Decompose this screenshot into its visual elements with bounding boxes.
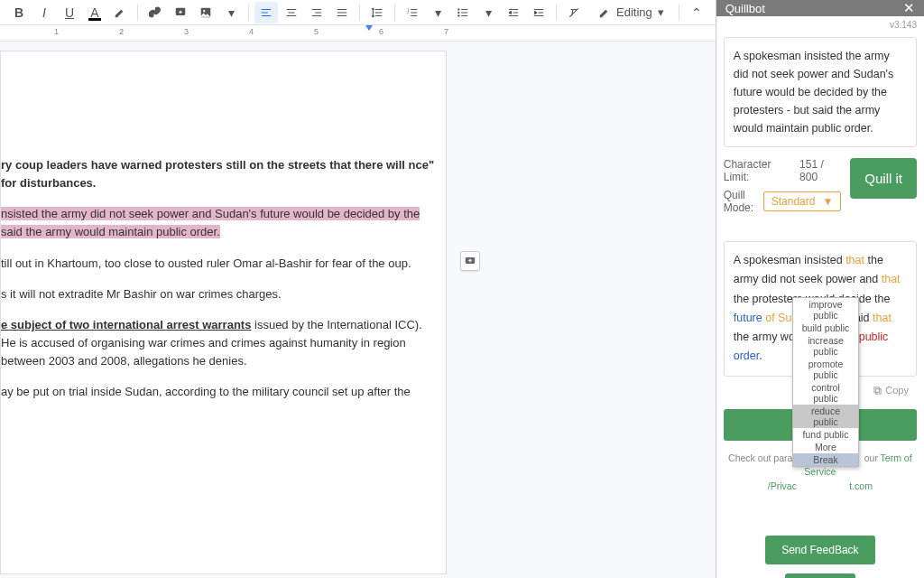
dd-item-break[interactable]: Break xyxy=(793,453,858,466)
version-label: v3.143 xyxy=(716,16,924,33)
quill-it-button[interactable]: Quill it xyxy=(850,158,917,199)
indent-decrease-button[interactable] xyxy=(502,2,525,23)
dropdown-icon[interactable]: ▾ xyxy=(426,2,449,23)
plus-icon xyxy=(464,255,476,267)
toolbar: B I U A ▾ 12 ▾ ▾ xyxy=(0,0,716,25)
align-center-button[interactable] xyxy=(280,2,303,23)
numbered-list-button[interactable]: 12 xyxy=(401,2,424,23)
privacy-link[interactable]: /Privac xyxy=(768,480,797,491)
dd-item[interactable]: build public xyxy=(793,322,858,334)
add-comment-button[interactable] xyxy=(460,251,480,271)
chevron-down-icon: ▼ xyxy=(822,195,833,208)
mode-label: Quill Mode: xyxy=(724,189,758,214)
char-limit-label: Character Limit: xyxy=(724,158,794,183)
dd-item[interactable]: improve public xyxy=(793,298,858,322)
image-button[interactable] xyxy=(194,2,217,23)
underline-button[interactable]: U xyxy=(58,2,81,23)
quillbot-panel: Quillbot ✕ v3.143 A spokesman insisted t… xyxy=(716,0,924,578)
dd-item[interactable]: control public xyxy=(793,381,858,405)
editing-mode-button[interactable]: Editing ▾ xyxy=(589,2,673,23)
align-justify-button[interactable] xyxy=(330,2,354,23)
dropdown-icon[interactable]: ▾ xyxy=(219,2,243,23)
panel-title: Quillbot xyxy=(725,2,765,15)
link-button[interactable] xyxy=(143,2,167,23)
dd-item[interactable]: promote public xyxy=(793,358,858,381)
ruler-marker[interactable] xyxy=(365,25,373,31)
svg-point-5 xyxy=(457,8,459,10)
feedback-button[interactable]: Send FeedBack xyxy=(765,536,874,564)
copy-icon xyxy=(873,386,882,396)
indent-increase-button[interactable] xyxy=(527,2,550,23)
comment-button[interactable] xyxy=(169,2,192,23)
svg-point-7 xyxy=(457,14,459,16)
mode-select[interactable]: Standard ▼ xyxy=(763,191,842,211)
svg-point-6 xyxy=(457,11,459,13)
line-spacing-button[interactable] xyxy=(365,2,389,23)
dd-item[interactable]: increase public xyxy=(793,334,858,358)
italic-button[interactable]: I xyxy=(32,2,56,23)
logout-button[interactable]: Log Out xyxy=(785,573,856,578)
svg-rect-10 xyxy=(874,387,880,392)
synonym-dropdown: improve public build public increase pub… xyxy=(792,297,859,467)
bullet-list-button[interactable] xyxy=(451,2,475,23)
align-left-button[interactable] xyxy=(254,2,278,23)
ruler: 1 2 3 4 5 6 7 xyxy=(0,25,716,42)
editing-label: Editing xyxy=(616,5,652,19)
input-text-box[interactable]: A spokesman insisted the army did not se… xyxy=(724,37,917,147)
svg-rect-9 xyxy=(876,388,882,394)
document-area: ry coup leaders have warned protesters s… xyxy=(0,42,716,578)
dd-item[interactable]: reduce public xyxy=(793,405,858,428)
copy-button[interactable]: Copy xyxy=(873,382,909,399)
highlight-button[interactable] xyxy=(108,2,132,23)
close-icon[interactable]: ✕ xyxy=(903,0,915,16)
dd-item[interactable]: fund public xyxy=(793,428,858,441)
dd-item-more[interactable]: More xyxy=(793,441,858,453)
pencil-icon xyxy=(598,6,611,19)
char-limit-value: 151 / 800 xyxy=(799,158,841,183)
panel-header: Quillbot ✕ xyxy=(716,0,924,16)
bold-button[interactable]: B xyxy=(7,2,31,23)
dropdown-icon[interactable]: ▾ xyxy=(476,2,500,23)
clear-format-button[interactable] xyxy=(562,2,586,23)
svg-point-2 xyxy=(203,10,205,12)
text-color-button[interactable]: A xyxy=(83,2,106,23)
align-right-button[interactable] xyxy=(305,2,328,23)
chevron-up-icon[interactable]: ⌃ xyxy=(685,2,708,23)
chevron-down-icon: ▾ xyxy=(658,5,664,19)
site-link[interactable]: t.com xyxy=(849,480,873,491)
svg-text:2: 2 xyxy=(407,11,409,14)
document-page[interactable]: ry coup leaders have warned protesters s… xyxy=(0,51,447,574)
